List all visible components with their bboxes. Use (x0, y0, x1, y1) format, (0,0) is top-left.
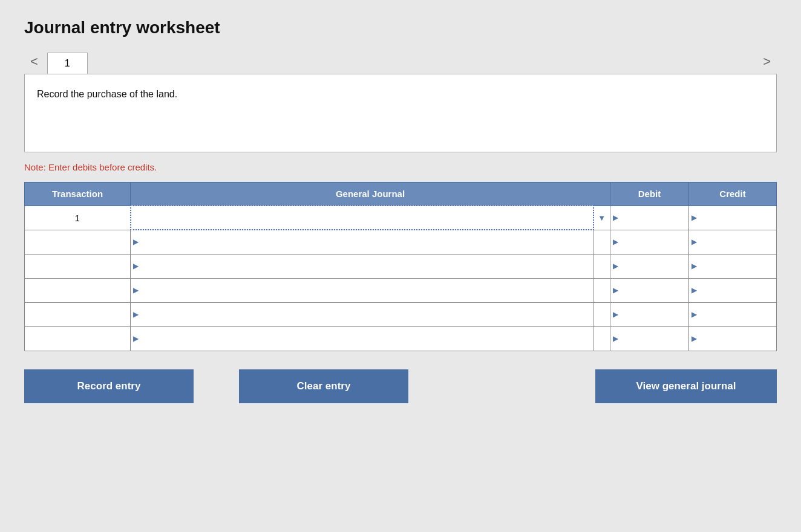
dropdown-arrow-cell[interactable]: ▼ (593, 206, 610, 230)
cell-left-arrow-icon: ▶ (131, 238, 141, 246)
tab-navigation: < 1 > (24, 50, 777, 74)
credit-arrow-icon: ▶ (689, 238, 699, 246)
debit-arrow-icon: ▶ (610, 334, 621, 343)
credit-arrow-icon: ▶ (689, 213, 699, 222)
table-row: ▶▶▶ (25, 254, 777, 278)
credit-cell[interactable]: ▶ (689, 254, 777, 278)
transaction-cell (25, 302, 131, 326)
transaction-cell (25, 278, 131, 302)
page-title: Journal entry worksheet (24, 18, 777, 37)
debit-cell[interactable]: ▶ (610, 254, 689, 278)
table-row: ▶▶▶ (25, 278, 777, 302)
credit-input[interactable] (699, 255, 776, 278)
credit-cell[interactable]: ▶ (689, 278, 777, 302)
debit-cell[interactable]: ▶ (610, 326, 689, 351)
credit-cell[interactable]: ▶ (689, 206, 777, 230)
cell-left-arrow-icon: ▶ (131, 286, 141, 294)
dropdown-arrow-cell (593, 230, 610, 254)
instruction-text: Record the purchase of the land. (37, 89, 177, 99)
credit-input[interactable] (699, 303, 776, 326)
transaction-cell: 1 (25, 206, 131, 230)
debit-cell[interactable]: ▶ (610, 302, 689, 326)
tab-1[interactable]: 1 (47, 53, 88, 74)
dropdown-arrow-cell (593, 302, 610, 326)
debit-arrow-icon: ▶ (610, 262, 621, 270)
dropdown-arrow-icon[interactable]: ▼ (598, 213, 606, 222)
instruction-box: Record the purchase of the land. (24, 74, 777, 152)
credit-cell[interactable]: ▶ (689, 230, 777, 254)
debit-input[interactable] (621, 327, 688, 351)
record-entry-button[interactable]: Record entry (24, 369, 194, 403)
debit-cell[interactable]: ▶ (610, 278, 689, 302)
general-journal-cell[interactable] (131, 206, 593, 230)
cell-left-arrow-icon: ▶ (131, 262, 141, 270)
dropdown-arrow-cell (593, 326, 610, 351)
clear-entry-button[interactable]: Clear entry (239, 369, 408, 403)
credit-arrow-icon: ▶ (689, 286, 699, 294)
debit-input[interactable] (621, 279, 688, 302)
debit-arrow-icon: ▶ (610, 213, 621, 222)
next-arrow[interactable]: > (757, 50, 777, 74)
general-journal-input[interactable] (141, 255, 593, 278)
header-credit: Credit (689, 183, 777, 206)
dropdown-arrow-cell (593, 254, 610, 278)
credit-input[interactable] (699, 206, 776, 230)
dropdown-arrow-cell (593, 278, 610, 302)
debit-arrow-icon: ▶ (610, 310, 621, 319)
general-journal-cell[interactable]: ▶ (131, 230, 593, 254)
general-journal-cell[interactable]: ▶ (131, 302, 593, 326)
general-journal-input[interactable] (141, 230, 593, 254)
credit-arrow-icon: ▶ (689, 262, 699, 270)
credit-input[interactable] (699, 279, 776, 302)
transaction-cell (25, 254, 131, 278)
journal-table: Transaction General Journal Debit Credit… (24, 182, 777, 351)
general-journal-input[interactable] (141, 327, 593, 351)
debit-input[interactable] (621, 206, 688, 230)
debit-arrow-icon: ▶ (610, 238, 621, 246)
debit-input[interactable] (621, 230, 688, 254)
credit-input[interactable] (699, 230, 776, 254)
header-debit: Debit (610, 183, 689, 206)
debit-arrow-icon: ▶ (610, 286, 621, 294)
note-text: Note: Enter debits before credits. (24, 162, 777, 172)
prev-arrow[interactable]: < (24, 50, 44, 74)
header-general-journal: General Journal (131, 183, 610, 206)
button-row: Record entry Clear entry View general jo… (24, 369, 777, 403)
general-journal-input[interactable] (141, 279, 593, 302)
general-journal-input[interactable] (131, 206, 593, 229)
general-journal-cell[interactable]: ▶ (131, 254, 593, 278)
general-journal-cell[interactable]: ▶ (131, 326, 593, 351)
debit-cell[interactable]: ▶ (610, 206, 689, 230)
cell-left-arrow-icon: ▶ (131, 310, 141, 319)
table-row: ▶▶▶ (25, 302, 777, 326)
header-transaction: Transaction (25, 183, 131, 206)
general-journal-input[interactable] (141, 303, 593, 326)
credit-arrow-icon: ▶ (689, 310, 699, 319)
table-row: ▶▶▶ (25, 230, 777, 254)
transaction-cell (25, 230, 131, 254)
table-row: 1▼▶▶ (25, 206, 777, 230)
debit-input[interactable] (621, 303, 688, 326)
debit-input[interactable] (621, 255, 688, 278)
credit-input[interactable] (699, 327, 776, 351)
debit-cell[interactable]: ▶ (610, 230, 689, 254)
transaction-cell (25, 326, 131, 351)
credit-cell[interactable]: ▶ (689, 326, 777, 351)
cell-left-arrow-icon: ▶ (131, 334, 141, 343)
credit-arrow-icon: ▶ (689, 334, 699, 343)
view-general-journal-button[interactable]: View general journal (595, 369, 777, 403)
credit-cell[interactable]: ▶ (689, 302, 777, 326)
general-journal-cell[interactable]: ▶ (131, 278, 593, 302)
table-row: ▶▶▶ (25, 326, 777, 351)
